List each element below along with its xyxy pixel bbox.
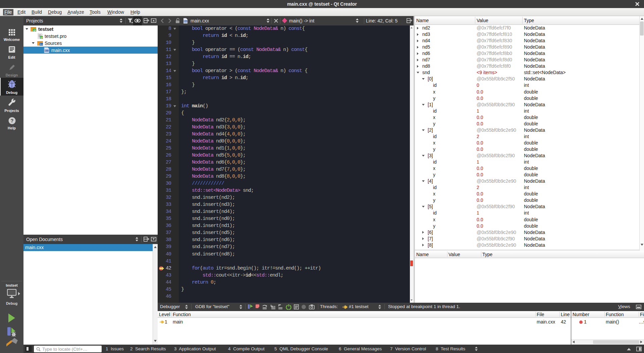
svg-text:?: ? — [11, 118, 14, 123]
svg-text:Qt: Qt — [40, 37, 43, 39]
svg-text:C+: C+ — [40, 43, 43, 45]
svg-text:C++: C++ — [45, 50, 49, 52]
svg-text:Qt: Qt — [33, 29, 36, 32]
svg-text:C++: C++ — [184, 20, 187, 22]
